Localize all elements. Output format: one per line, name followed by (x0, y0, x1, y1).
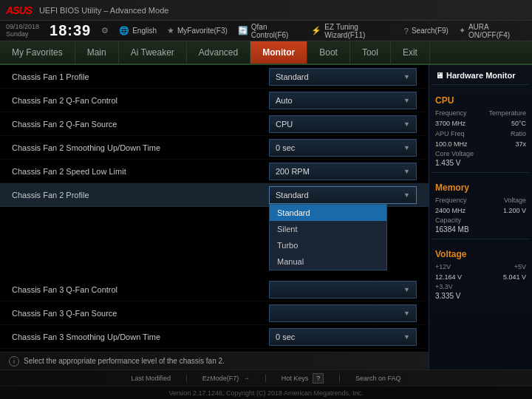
ezmode-item[interactable]: EzMode(F7) → (202, 375, 250, 382)
hot-keys-item[interactable]: Hot Keys ? (282, 373, 324, 383)
date-line2: Sunday (6, 31, 39, 38)
search-shortcut[interactable]: ? Search(F9) (404, 27, 449, 35)
chassis-fan3-qfan-control-control[interactable]: ▼ (269, 281, 417, 299)
bios-title: UEFI BIOS Utility – Advanced Mode (39, 6, 526, 15)
chevron-down-icon: ▼ (403, 97, 410, 104)
chassis-fan1-profile-value: Standard (276, 72, 309, 81)
search-icon: ? (404, 27, 409, 35)
v5-value: 5.041 V (503, 273, 526, 281)
chassis-fan2-speed-low-label: Chassis Fan 2 Speed Low Limit (12, 167, 269, 176)
nav-boot[interactable]: Boot (307, 41, 350, 64)
main-area: Chassis Fan 1 Profile Standard ▼ Chassis… (0, 65, 532, 369)
aura-label: AURA ON/OFF(F4) (468, 23, 526, 39)
nav-my-favorites[interactable]: My Favorites (0, 41, 75, 64)
nav-advanced[interactable]: Advanced (187, 41, 250, 64)
mem-freq-row: Frequency Voltage (432, 196, 529, 205)
chassis-fan2-smoothing-value: 0 sec (276, 143, 295, 152)
chassis-fan2-qfan-source-dropdown[interactable]: CPU ▼ (269, 115, 417, 133)
voltage-section-title: Voltage (432, 246, 529, 261)
chassis-fan3-smoothing-control[interactable]: 0 sec ▼ (269, 328, 417, 346)
chassis-fan2-qfan-source-control[interactable]: CPU ▼ (269, 115, 417, 133)
chassis-fan1-profile-label: Chassis Fan 1 Profile (12, 72, 269, 81)
globe-icon: 🌐 (119, 26, 129, 35)
aura-shortcut[interactable]: ✦ AURA ON/OFF(F4) (459, 23, 526, 39)
cpu-freq-values-row: 3700 MHz 50°C (432, 119, 529, 128)
chassis-fan2-smoothing-label: Chassis Fan 2 Smoothing Up/Down Time (12, 143, 269, 152)
chevron-down-icon: ▼ (403, 333, 410, 341)
aura-icon: ✦ (459, 26, 466, 35)
chassis-fan2-profile-value: Standard (276, 191, 309, 200)
v5-label: +5V (514, 263, 526, 270)
cpu-apu-value: 100.0 MHz (435, 140, 468, 148)
arrow-right-icon: → (243, 375, 250, 382)
chassis-fan2-profile-menu: Standard Silent Turbo Manual (269, 204, 387, 270)
last-modified-label: Last Modified (132, 375, 171, 382)
chassis-fan3-speed-low-dropdown[interactable]: 200 RPM ▼ (269, 352, 417, 352)
hw-monitor-title: Hardware Monitor (446, 71, 516, 80)
cpu-ratio-value: 37x (515, 140, 526, 148)
chassis-fan3-qfan-source-dropdown[interactable]: ▼ (269, 304, 417, 322)
chassis-fan2-speed-low-dropdown[interactable]: 200 RPM ▼ (269, 163, 417, 180)
chassis-fan3-smoothing-dropdown[interactable]: 0 sec ▼ (269, 328, 417, 346)
chassis-fan3-qfan-control-dropdown[interactable]: ▼ (269, 281, 417, 299)
last-modified-item[interactable]: Last Modified (132, 375, 171, 382)
chassis-fan3-qfan-source-row: Chassis Fan 3 Q-Fan Source ▼ (0, 301, 429, 325)
english-label: English (132, 27, 157, 35)
nav-ai-tweaker[interactable]: Ai Tweaker (119, 41, 187, 64)
statusbar: i Select the appropriate performance lev… (0, 352, 429, 369)
nav-tool[interactable]: Tool (350, 41, 391, 64)
cpu-freq-label: Frequency (435, 109, 467, 117)
mem-freq-values-row: 2400 MHz 1.200 V (432, 206, 529, 215)
chassis-fan1-profile-row: Chassis Fan 1 Profile Standard ▼ (0, 65, 429, 89)
v12-label: +12V (435, 263, 451, 270)
cpu-freq-value: 3700 MHz (435, 120, 466, 127)
nav-main[interactable]: Main (75, 41, 119, 64)
option-manual[interactable]: Manual (270, 253, 386, 270)
nav-monitor[interactable]: Monitor (250, 41, 307, 64)
chassis-fan2-smoothing-row: Chassis Fan 2 Smoothing Up/Down Time 0 s… (0, 136, 429, 160)
option-silent[interactable]: Silent (270, 221, 386, 237)
option-turbo[interactable]: Turbo (270, 237, 386, 253)
ez-tuning-label: EZ Tuning Wizard(F11) (324, 23, 394, 39)
chassis-fan2-smoothing-dropdown[interactable]: 0 sec ▼ (269, 139, 417, 157)
search-faq-item[interactable]: Search on FAQ (355, 375, 401, 382)
chassis-fan2-qfan-control-control[interactable]: Auto ▼ (269, 92, 417, 109)
hot-keys-badge: ? (313, 373, 324, 383)
chevron-down-icon: ▼ (403, 168, 410, 175)
settings-list: Chassis Fan 1 Profile Standard ▼ Chassis… (0, 65, 429, 352)
v12-values-row: 12.164 V 5.041 V (432, 273, 529, 282)
chassis-fan2-profile-control[interactable]: Standard ▼ Standard Silent Turbo Manual (269, 186, 417, 204)
asus-logo: ASUS (6, 4, 32, 16)
chassis-fan2-speed-low-control[interactable]: 200 RPM ▼ (269, 163, 417, 180)
cpu-apu-label: APU Freq (435, 130, 465, 137)
english-lang[interactable]: 🌐 English (119, 26, 157, 35)
mem-voltage-value: 1.200 V (503, 207, 526, 214)
myfavorite-label: MyFavorite(F3) (177, 27, 228, 35)
chassis-fan1-profile-dropdown[interactable]: Standard ▼ (269, 68, 417, 86)
copyright-bar: Version 2.17.1246. Copyright (C) 2018 Am… (0, 386, 532, 399)
monitor-icon: 🖥 (435, 71, 443, 80)
chassis-fan1-profile-control[interactable]: Standard ▼ (269, 68, 417, 86)
navbar: My Favorites Main Ai Tweaker Advanced Mo… (0, 41, 532, 65)
memory-voltage-divider (432, 239, 529, 239)
gear-icon: ⚙ (101, 26, 109, 35)
chassis-fan2-speed-low-value: 200 RPM (276, 167, 310, 176)
nav-exit[interactable]: Exit (391, 41, 430, 64)
chassis-fan2-profile-dropdown[interactable]: Standard ▼ (269, 186, 417, 204)
my-favorites-shortcut[interactable]: ★ MyFavorite(F3) (167, 26, 228, 35)
chassis-fan2-qfan-control-dropdown[interactable]: Auto ▼ (269, 92, 417, 109)
chassis-fan2-qfan-control-row: Chassis Fan 2 Q-Fan Control Auto ▼ (0, 89, 429, 112)
chassis-fan3-speed-low-control[interactable]: 200 RPM ▼ (269, 352, 417, 352)
ez-tuning-shortcut[interactable]: ⚡ EZ Tuning Wizard(F11) (311, 23, 394, 39)
v12-value: 12.164 V (435, 273, 462, 281)
qfan-control-shortcut[interactable]: 🔄 Qfan Control(F6) (238, 23, 301, 39)
chassis-fan3-qfan-control-row: Chassis Fan 3 Q-Fan Control ▼ (0, 278, 429, 301)
chassis-fan2-smoothing-control[interactable]: 0 sec ▼ (269, 139, 417, 157)
chevron-down-icon: ▼ (403, 286, 410, 293)
option-standard[interactable]: Standard (270, 205, 386, 221)
qfan-label: Qfan Control(F6) (251, 23, 301, 39)
chassis-fan3-qfan-source-control[interactable]: ▼ (269, 304, 417, 322)
divider-2: | (265, 374, 267, 382)
fan-icon: 🔄 (238, 26, 248, 35)
chassis-fan2-qfan-source-value: CPU (276, 120, 293, 129)
